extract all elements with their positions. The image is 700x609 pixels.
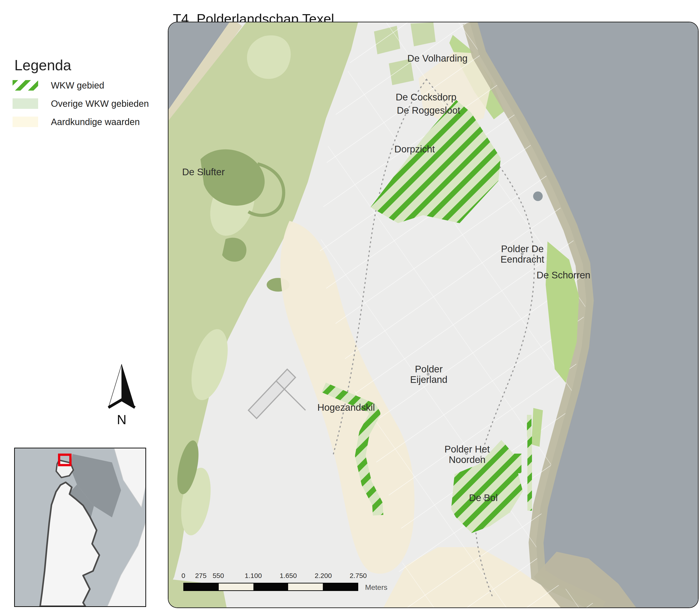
- scale-tick: 550: [212, 572, 224, 579]
- legend-item-label: Aardkundige waarden: [51, 117, 140, 127]
- aardkundige-swatch-icon: [13, 117, 38, 127]
- settlement-dot-de-bol: [483, 498, 486, 500]
- coastal-pond: [533, 191, 543, 201]
- legend-item-aardkundige-waarden: Aardkundige waarden: [13, 117, 149, 127]
- scale-bar-ticks: 0 275 550 1.100 1.650 2.200 2.750: [183, 572, 358, 580]
- map-label-de-slufter: De Slufter: [182, 167, 225, 177]
- map-label-hogezandskil: Hogezandskil: [317, 402, 375, 413]
- wkw-hatch-swatch-icon: [13, 80, 38, 91]
- legend-items: WKW gebied Overige WKW gebieden Aardkund…: [13, 80, 149, 135]
- scale-bar: 0 275 550 1.100 1.650 2.200 2.750 Meters: [183, 572, 358, 593]
- scale-tick: 2.200: [314, 572, 332, 579]
- legend-heading: Legenda: [14, 57, 71, 74]
- map-label-de-volharding: De Volharding: [407, 53, 467, 64]
- inset-map: [14, 448, 146, 607]
- map-label-dorpzicht: Dorpzicht: [394, 144, 435, 155]
- label-line: Eijerland: [410, 375, 447, 385]
- scale-segment: [323, 584, 358, 590]
- scale-tick: 0: [182, 572, 185, 579]
- scale-tick: 275: [195, 572, 207, 579]
- legend-item-overige-wkw: Overige WKW gebieden: [13, 98, 149, 109]
- legend-item-label: WKW gebied: [51, 80, 104, 91]
- legend-item-wkw-gebied: WKW gebied: [13, 80, 149, 91]
- map-label-de-roggesloot: De Roggesloot: [397, 105, 460, 116]
- scale-bar-segments: [183, 583, 358, 591]
- wkw-dike-strip: [527, 436, 532, 511]
- scale-segment: [184, 584, 219, 590]
- map-panel: De Volharding De Cocksdorp De Roggesloot…: [168, 22, 699, 608]
- legend-item-label: Overige WKW gebieden: [51, 99, 149, 109]
- wkw-dike-strip: [527, 415, 531, 436]
- map-label-de-cocksdorp: De Cocksdorp: [396, 92, 456, 102]
- scale-segment: [288, 584, 323, 590]
- scale-segment: [253, 584, 288, 590]
- north-arrow-icon: [104, 363, 139, 412]
- inset-map-canvas: [15, 448, 146, 606]
- map-label-polder-het-noorden: Polder HetNoorden: [445, 444, 490, 465]
- north-arrow: N: [104, 363, 139, 427]
- scale-unit-label: Meters: [365, 583, 388, 592]
- scale-segment: [219, 584, 253, 590]
- scale-tick: 1.650: [280, 572, 297, 579]
- label-line: Noorden: [445, 454, 490, 465]
- settlement-dot-eijerland: [427, 373, 429, 376]
- map-label-de-schorren: De Schorren: [536, 270, 591, 280]
- scale-tick: 1.100: [245, 572, 262, 579]
- label-line: Polder: [410, 364, 447, 375]
- north-label: N: [104, 412, 139, 427]
- scale-tick: 2.750: [349, 572, 367, 579]
- overige-wkw-swatch-icon: [13, 98, 38, 109]
- settlement-dot-noorden: [465, 452, 468, 455]
- settlement-dot-eendracht: [521, 253, 524, 255]
- label-line: Eendracht: [500, 254, 544, 265]
- wkw-dike-patch: [513, 454, 522, 473]
